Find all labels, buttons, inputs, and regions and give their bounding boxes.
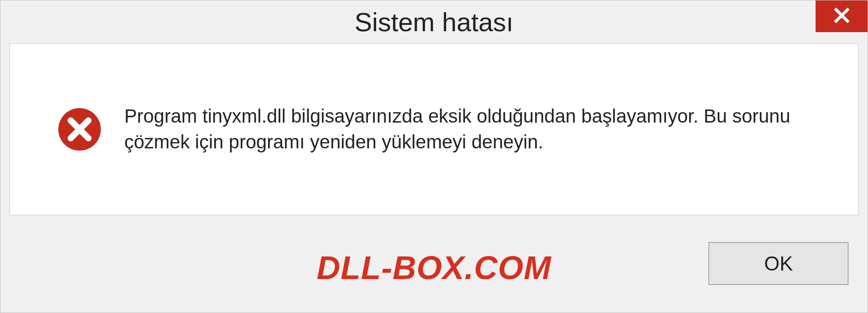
close-button[interactable] bbox=[816, 0, 868, 32]
watermark-text: DLL-BOX.COM bbox=[317, 249, 552, 286]
error-dialog: Sistem hatası Program tinyxml.dll bilgis… bbox=[0, 0, 868, 313]
error-icon bbox=[57, 107, 102, 152]
content-panel: Program tinyxml.dll bilgisayarınızda eks… bbox=[9, 43, 859, 215]
title-bar: Sistem hatası bbox=[0, 0, 868, 43]
ok-button[interactable]: OK bbox=[708, 242, 849, 285]
dialog-footer: DLL-BOX.COM OK bbox=[0, 229, 868, 313]
error-message: Program tinyxml.dll bilgisayarınızda eks… bbox=[124, 104, 822, 155]
close-icon bbox=[833, 7, 850, 26]
dialog-title: Sistem hatası bbox=[354, 7, 513, 37]
